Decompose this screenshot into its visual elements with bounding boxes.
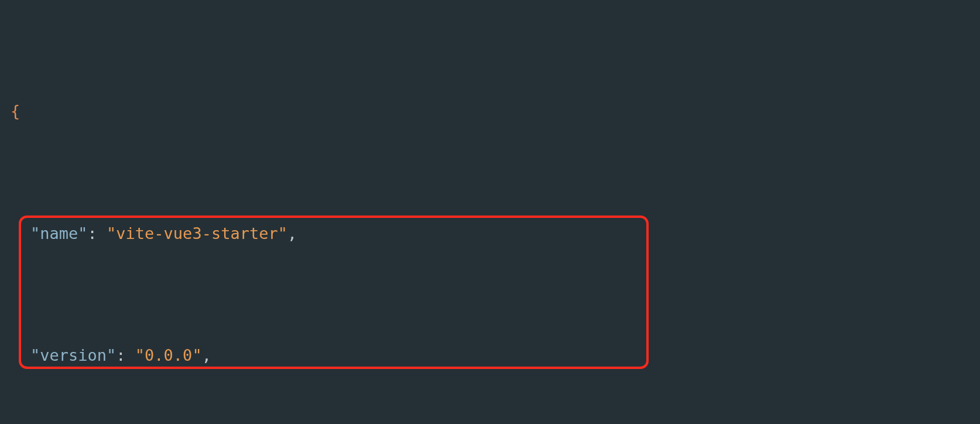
json-value: "vite-vue3-starter" (107, 224, 287, 242)
json-key-version: "version" (30, 346, 116, 364)
code-editor[interactable]: { "name": "vite-vue3-starter", "version"… (0, 0, 980, 424)
code-line: "version": "0.0.0", (4, 340, 980, 371)
open-brace: { (4, 102, 20, 120)
json-key-name: "name" (30, 224, 88, 242)
code-line: { (4, 96, 980, 126)
code-line: "name": "vite-vue3-starter", (4, 218, 980, 249)
json-value: "0.0.0" (135, 346, 202, 364)
